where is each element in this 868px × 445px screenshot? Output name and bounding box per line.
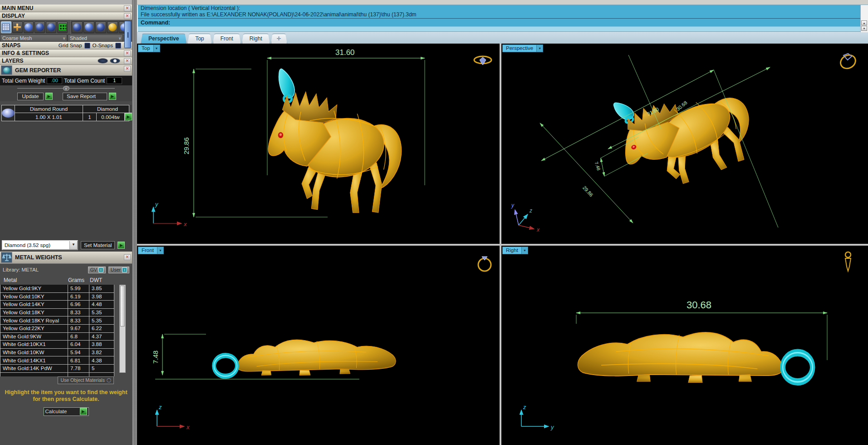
info-settings-header[interactable]: INFO & SETTINGS ✕ xyxy=(0,49,132,57)
spin-up-icon[interactable]: ▲ xyxy=(861,20,867,25)
panel-splitter[interactable] xyxy=(132,0,137,445)
gold-sphere-icon[interactable] xyxy=(107,21,118,33)
shaded-sphere-icon[interactable] xyxy=(83,21,94,33)
update-go-icon[interactable]: ▶ xyxy=(45,93,53,100)
total-gem-count-value[interactable]: 1 xyxy=(107,77,122,84)
table-row[interactable]: Yellow Gold:10KY 6.19 3.98 xyxy=(0,293,132,301)
main-menu-title: MAIN MENU xyxy=(2,5,33,11)
grid-snap-checkbox[interactable] xyxy=(84,43,90,49)
metal-weights-header[interactable]: METAL WEIGHTS ✕ xyxy=(0,252,132,264)
viewport-top[interactable]: Top ▼ 31.60 29.86 xyxy=(137,44,500,244)
table-row[interactable]: White Gold:10KX1 6.04 3.88 xyxy=(0,341,132,349)
collapse-icon[interactable]: ▲ xyxy=(63,86,69,91)
metal-name-cell: Yellow Gold:14KY xyxy=(0,301,68,309)
shaded-view-icon[interactable] xyxy=(34,21,45,33)
eye-open-icon[interactable] xyxy=(110,58,120,64)
viewport-front[interactable]: Front ▼ 7.48 z x xyxy=(137,246,500,445)
metal-name-cell: Yellow Gold:10KY xyxy=(0,293,68,301)
gem-table[interactable]: Diamond Round Diamond 1.00 X 1.01 1 0.00… xyxy=(1,105,129,121)
dim-height-label: 29.86 xyxy=(182,137,190,154)
snaps-header[interactable]: SNAPS Grid Snap O-Snaps ✕ xyxy=(0,42,132,49)
close-icon[interactable]: ✕ xyxy=(124,13,131,19)
chevron-down-icon[interactable]: ▼ xyxy=(536,44,543,52)
viewport-perspective-label[interactable]: Perspective ▼ xyxy=(502,44,543,52)
use-object-materials-checkbox[interactable]: Use Object Materials ◯ xyxy=(58,376,114,384)
viewport-right[interactable]: Right ▼ 30.68 z y xyxy=(501,246,868,445)
table-row[interactable]: Yellow Gold:22KY 9.67 6.22 xyxy=(0,325,132,333)
user-toggle-icon[interactable]: I xyxy=(122,267,127,272)
update-button[interactable]: Update xyxy=(17,93,44,100)
viewport-tab[interactable]: Right xyxy=(242,34,270,44)
chevron-down-icon[interactable]: ▼ xyxy=(157,247,164,254)
layers-header[interactable]: LAYERS ✕ xyxy=(0,57,132,65)
grid-snap-label: Grid Snap xyxy=(59,43,82,48)
table-row[interactable]: White Gold:14K PdW 7.78 5 xyxy=(0,365,132,373)
viewport-tab[interactable]: Front xyxy=(213,34,241,44)
wireframe-view-icon[interactable] xyxy=(24,21,34,33)
command-input[interactable] xyxy=(138,26,868,31)
shade-mode-dropdown[interactable]: Shaded ∨ xyxy=(68,35,123,42)
move-cross-icon[interactable] xyxy=(12,21,23,33)
metal-rows: Yellow Gold:9KY 5.99 3.85 Yellow Gold:10… xyxy=(0,285,132,373)
table-row[interactable]: White Gold:10KW 5.94 3.82 xyxy=(0,349,132,357)
main-area: Dimension location ( Vertical Horizontal… xyxy=(137,0,868,445)
viewport-tab[interactable]: Perspective xyxy=(141,34,186,44)
table-row[interactable]: Yellow Gold:18KY 8.33 5.35 xyxy=(0,309,132,317)
o-snaps-checkbox[interactable] xyxy=(115,43,121,49)
save-report-button[interactable]: Save Report xyxy=(63,93,107,100)
calculate-button[interactable]: Calculate ▶ xyxy=(44,407,89,416)
close-icon[interactable]: ✕ xyxy=(124,58,131,64)
user-button[interactable]: User I xyxy=(108,267,129,273)
svg-text:z: z xyxy=(529,208,532,214)
gv-toggle-icon[interactable]: I xyxy=(98,267,103,272)
command-scrollbar[interactable]: ▲ ▼ xyxy=(860,5,868,32)
mesh-quality-value: Coarse Mesh xyxy=(2,35,32,41)
rendered-view-icon[interactable] xyxy=(46,21,56,33)
dim-height-label: 7.48 xyxy=(152,351,159,364)
ghosted-sphere-icon[interactable] xyxy=(72,21,83,33)
table-row[interactable]: Yellow Gold:14KY 6.96 4.48 xyxy=(0,301,132,309)
panel-handle-button[interactable] xyxy=(124,21,131,48)
display-header[interactable]: DISPLAY ✕ xyxy=(0,12,132,20)
grid-select-icon[interactable] xyxy=(1,21,11,33)
material-combo[interactable]: Diamond (3.52 spg) ▼ xyxy=(2,240,78,250)
mesh-quality-dropdown[interactable]: Coarse Mesh ∨ xyxy=(0,35,67,42)
chevron-down-icon[interactable]: ▼ xyxy=(521,247,528,254)
dropdown-arrow-icon[interactable]: ▼ xyxy=(69,241,77,249)
viewport-front-label[interactable]: Front ▼ xyxy=(138,247,164,254)
viewport-tab[interactable]: Top xyxy=(187,34,211,44)
table-row[interactable]: Yellow Gold:9KY 5.99 3.85 xyxy=(0,285,132,293)
close-icon[interactable]: ✕ xyxy=(124,66,131,72)
dwt-cell: 3.85 xyxy=(89,285,114,293)
close-icon[interactable]: ✕ xyxy=(124,254,131,260)
chevron-down-icon[interactable]: ▼ xyxy=(153,44,160,52)
xray-sphere-icon[interactable] xyxy=(95,21,106,33)
command-area[interactable]: Dimension location ( Vertical Horizontal… xyxy=(137,5,868,32)
table-row[interactable]: White Gold:9KW 6.8 4.37 xyxy=(0,333,132,341)
add-viewport-tab[interactable]: ✛ xyxy=(271,34,287,44)
save-report-go-icon[interactable]: ▶ xyxy=(109,93,116,100)
table-row[interactable]: White Gold:14KX1 6.81 4.38 xyxy=(0,356,132,365)
close-icon[interactable]: ✕ xyxy=(124,5,131,11)
grams-cell: 8.33 xyxy=(68,309,89,317)
viewport-top-label[interactable]: Top ▼ xyxy=(138,44,160,52)
set-material-go-icon[interactable]: ▶ xyxy=(118,242,125,249)
table-row[interactable]: Yellow Gold:18KY Royal 8.33 5.35 xyxy=(0,316,132,325)
metal-name-cell: White Gold:14KX1 xyxy=(0,356,68,365)
main-menu-header[interactable]: MAIN MENU ✕ xyxy=(0,5,132,12)
spin-down-icon[interactable]: ▼ xyxy=(861,26,867,31)
total-gem-weight-value[interactable]: .00 xyxy=(47,77,62,84)
table-scrollbar[interactable] xyxy=(119,285,126,373)
eye-closed-icon[interactable] xyxy=(98,58,108,64)
grams-cell: 5.94 xyxy=(68,349,89,357)
gem-reporter-header[interactable]: GEM REPORTER ✕ xyxy=(0,65,132,76)
gem-row-go-icon[interactable]: ▶ xyxy=(125,113,132,120)
gv-button[interactable]: GV I xyxy=(88,267,106,273)
viewport-right-label[interactable]: Right ▼ xyxy=(502,247,528,254)
set-material-button[interactable]: Set Material xyxy=(81,241,115,249)
flat-grid-icon[interactable] xyxy=(57,21,68,33)
svg-text:y: y xyxy=(550,424,554,430)
viewport-perspective[interactable]: Perspective ▼ 31.60 xyxy=(501,44,868,244)
calculate-go-icon[interactable]: ▶ xyxy=(80,408,87,415)
close-icon[interactable]: ✕ xyxy=(124,50,131,56)
